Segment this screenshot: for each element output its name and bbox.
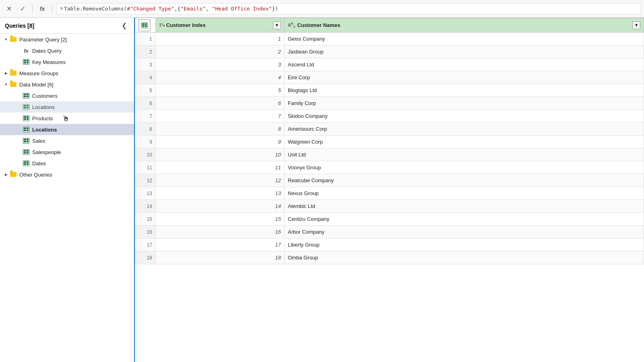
sidebar-item-data-model[interactable]: ▼ Data Model [6] [0,79,134,90]
sidebar-item-parameter-query[interactable]: ▼ Parameter Query [2] [0,34,134,45]
sidebar-item-dates-query[interactable]: ▶ fx Dates Query [0,45,134,56]
table-row[interactable]: 77Skidoo Company [135,110,644,123]
table-row[interactable]: 11Geiss Company [135,33,644,45]
sidebar-tree: ▼ Parameter Query [2] ▶ fx Dates Query ▶ [0,34,134,362]
table-row[interactable]: 1111Voonyx Group [135,161,644,174]
sidebar-item-label: Data Model [6] [19,82,54,88]
sidebar-item-label: Locations [32,127,57,133]
arrow-icon: ▶ [3,70,9,76]
table-row[interactable]: 88Amerisourc Corp [135,123,644,136]
sidebar-item-label: Dates [32,160,46,167]
table-row[interactable]: 1616Arbor Company [135,226,644,239]
table-area[interactable]: 1²₃ Customer Index ▼ ABC Customer Names … [135,18,644,362]
sidebar: Queries [8] ❮ ▼ Parameter Query [2] ▶ fx… [0,18,135,362]
company-name: Amerisourc Corp [285,123,644,136]
cancel-button[interactable]: ✕ [3,3,14,14]
table-row[interactable]: 1212Realcube Company [135,174,644,187]
table-row[interactable]: 55Blogtags Ltd [135,84,644,97]
table-body: 11Geiss Company22Jaxbean Group33Ascend L… [135,33,644,264]
folder-icon [10,36,17,43]
company-name: Family Corp [285,97,644,110]
sidebar-item-sales[interactable]: ▶ Sales [0,135,134,146]
table-icon [23,137,30,144]
table-row[interactable]: 1515Centizu Company [135,213,644,226]
index-value: 16 [156,226,285,239]
arrow-icon: ▼ [3,82,9,87]
table-options-icon[interactable] [138,19,151,31]
column-header-customer-names[interactable]: ABC Customer Names ▼ [285,18,644,33]
company-name: Centizu Company [285,213,644,226]
table-icon [23,92,30,99]
table-row[interactable]: 33Ascend Ltd [135,58,644,71]
table-row[interactable]: 1717Liberty Group [135,239,644,251]
company-name: Alembic Ltd [285,200,644,213]
table-row[interactable]: 1414Alembic Ltd [135,200,644,213]
index-value: 2 [156,45,285,58]
index-value: 18 [156,251,285,264]
folder-icon [10,81,17,88]
sidebar-item-label: Customers [32,93,58,99]
main-area: Queries [8] ❮ ▼ Parameter Query [2] ▶ fx… [0,18,644,362]
sidebar-item-label: Other Queries [19,172,52,178]
company-name: Ascend Ltd [285,58,644,71]
index-value: 6 [156,97,285,110]
company-name: Jaxbean Group [285,45,644,58]
sidebar-item-customers[interactable]: ▶ Customers [0,90,134,101]
company-name: Skidoo Company [285,110,644,123]
sidebar-item-label: Products [32,115,53,121]
formula-input[interactable]: = Table.RemoveColumns(#"Changed Type",{"… [56,3,641,14]
sidebar-item-dates[interactable]: ▶ Dates [0,158,134,169]
sidebar-item-label: Measure Groups [19,70,58,76]
sidebar-item-salespeople[interactable]: ▶ Salespeople [0,146,134,158]
row-number: 6 [135,97,156,110]
row-number: 9 [135,136,156,148]
index-value: 14 [156,200,285,213]
sidebar-item-products[interactable]: ▶ Products 🖱 [0,113,134,124]
index-value: 5 [156,84,285,97]
sidebar-item-other-queries[interactable]: ▶ Other Queries [0,169,134,180]
index-value: 13 [156,187,285,200]
column-dropdown-customer-index[interactable]: ▼ [273,21,281,29]
column-name-customer-names: Customer Names [297,22,631,28]
column-header-customer-index[interactable]: 1²₃ Customer Index ▼ [156,18,285,33]
index-value: 9 [156,136,285,148]
sidebar-item-locations-hover[interactable]: ▶ Locations [0,101,134,113]
row-number: 11 [135,161,156,174]
company-name: Blogtags Ltd [285,84,644,97]
row-number: 14 [135,200,156,213]
company-name: Realcube Company [285,174,644,187]
row-number: 3 [135,58,156,71]
sidebar-item-key-measures[interactable]: ▶ Key Measures [0,56,134,68]
column-dropdown-customer-names[interactable]: ▼ [632,21,640,29]
company-name: Nexus Group [285,187,644,200]
index-value: 12 [156,174,285,187]
row-number: 10 [135,148,156,161]
fx-icon: fx [23,47,30,54]
fx-button[interactable]: fx [37,3,48,14]
table-row[interactable]: 44Eire Corp [135,71,644,84]
table-row[interactable]: 1313Nexus Group [135,187,644,200]
table-row[interactable]: 1010Unit Ltd [135,148,644,161]
sidebar-collapse-button[interactable]: ❮ [119,21,129,30]
company-name: Eire Corp [285,71,644,84]
arrow-icon: ▶ [3,172,9,177]
table-row[interactable]: 22Jaxbean Group [135,45,644,58]
company-name: Omba Group [285,251,644,264]
arrow-icon: ▼ [3,37,9,42]
company-name: Geiss Company [285,33,644,45]
row-number: 13 [135,187,156,200]
type-icon-text: ABC [288,22,296,29]
index-value: 8 [156,123,285,136]
sidebar-item-label: Dates Query [32,48,62,54]
index-value: 11 [156,161,285,174]
sidebar-item-measure-groups[interactable]: ▶ Measure Groups [0,68,134,79]
confirm-button[interactable]: ✓ [17,3,28,14]
data-table: 1²₃ Customer Index ▼ ABC Customer Names … [135,18,644,264]
table-row[interactable]: 1818Omba Group [135,251,644,264]
table-header-row: 1²₃ Customer Index ▼ ABC Customer Names … [135,18,644,33]
table-row[interactable]: 66Family Corp [135,97,644,110]
index-value: 4 [156,71,285,84]
table-row[interactable]: 99Walgreen Corp [135,136,644,148]
sidebar-item-locations-selected[interactable]: ▶ Locations [0,124,134,135]
company-name: Liberty Group [285,239,644,251]
